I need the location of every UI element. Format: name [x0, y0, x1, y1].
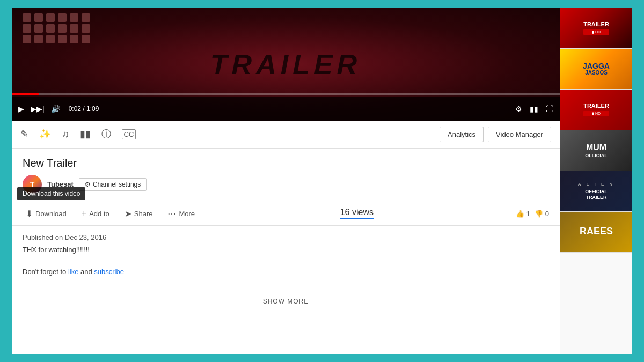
volume-icon: 🔊	[51, 105, 60, 113]
sidebar-item-2[interactable]: JAGGA JASOOS	[560, 49, 632, 90]
info-icon[interactable]: ⓘ	[101, 128, 111, 141]
analytics-button[interactable]: Analytics	[440, 127, 484, 142]
thumb-bg-2: JAGGA JASOOS	[560, 49, 632, 89]
thumb-label-5: OFFICIALTRAILER	[585, 189, 608, 201]
thumb-bg-3: TRAILER ▮ HD	[560, 90, 632, 130]
dislike-button[interactable]: 👎 0	[535, 210, 549, 218]
video-manager-button[interactable]: Video Manager	[488, 127, 551, 142]
progress-bar-container[interactable]	[12, 93, 560, 95]
like-dislike-group: 👍 1 👎 0	[516, 210, 549, 218]
card-icon[interactable]: ▮▮	[80, 128, 91, 140]
sidebar-item-1[interactable]: TRAILER ▮ HD	[560, 8, 632, 49]
video-player: TRAILER ▶ ▶▶| 🔊 0:02 / 1:09 ⚙	[12, 8, 560, 121]
download-wrapper: Download this video ⬇ Download	[23, 206, 70, 221]
like-link[interactable]: like	[68, 268, 79, 276]
toolbar-icon-group: ✎ ✨ ♫ ▮▮ ⓘ CC	[20, 128, 429, 141]
add-icon: +	[82, 209, 86, 218]
thumb-label-6: RAEES	[580, 226, 613, 238]
video-info-section: New Trailer T Tubesat ⚙ Channel settings	[12, 149, 560, 202]
thumb-hd-badge-3: ▮ HD	[583, 111, 609, 116]
more-icon: ⋯	[167, 209, 176, 219]
jasoos-text: JASOOS	[585, 70, 608, 76]
description-section: Published on Dec 23, 2016 THX for watchi…	[12, 226, 560, 285]
settings-button[interactable]: ⚙	[515, 105, 522, 113]
skip-icon: ▶▶|	[31, 105, 45, 113]
play-icon: ▶	[18, 105, 24, 113]
music-icon[interactable]: ♫	[62, 129, 69, 140]
fullscreen-icon: ⛶	[546, 105, 553, 113]
video-title-overlay: TRAILER	[210, 48, 361, 80]
volume-button[interactable]: 🔊	[51, 105, 60, 113]
thumb-bg-4: MUM OFFICIAL	[560, 130, 632, 171]
thumb-bg-6: RAEES	[560, 212, 632, 252]
progress-bar-fill	[12, 93, 39, 95]
share-button[interactable]: ➤ Share	[121, 206, 156, 221]
like-button[interactable]: 👍 1	[516, 210, 530, 218]
video-controls: ▶ ▶▶| 🔊 0:02 / 1:09 ⚙ ▮▮	[12, 97, 560, 121]
thumb-hd-badge-1: ▮ HD	[583, 29, 609, 35]
sidebar-item-4[interactable]: MUM OFFICIAL	[560, 130, 632, 171]
edit-pencil-icon[interactable]: ✎	[20, 128, 28, 140]
fullscreen-button[interactable]: ⛶	[546, 105, 553, 113]
enhance-icon[interactable]: ✨	[39, 128, 51, 140]
play-button[interactable]: ▶	[18, 105, 24, 113]
thumbs-down-icon: 👎	[535, 210, 543, 218]
gear-icon: ⚙	[85, 181, 91, 188]
sidebar-item-5[interactable]: A L I E N OFFICIALTRAILER	[560, 171, 632, 212]
channel-row: T Tubesat ⚙ Channel settings	[23, 175, 549, 194]
description-text: THX for watching!!!!!!! Don't forget to …	[23, 245, 549, 278]
show-more-button[interactable]: SHOW MORE	[12, 290, 560, 313]
publish-date: Published on Dec 23, 2016	[23, 233, 549, 241]
jagga-text: JAGGA	[583, 62, 610, 70]
add-to-button[interactable]: + Add to	[78, 206, 113, 220]
toolbar-actions: Analytics Video Manager	[440, 127, 551, 142]
thumb-label-3: TRAILER	[583, 102, 609, 109]
thumb-sublabel-4: OFFICIAL	[585, 153, 608, 158]
thumb-bg-5: A L I E N OFFICIALTRAILER	[560, 171, 632, 211]
thumbs-up-icon: 👍	[516, 210, 524, 218]
thumb-label-1: TRAILER	[583, 21, 609, 28]
thumb-label-4: MUM	[585, 142, 608, 152]
theater-button[interactable]: ▮▮	[530, 105, 538, 113]
views-underline	[340, 218, 374, 219]
download-tooltip: Download this video	[17, 187, 85, 200]
thumb-bg-1: TRAILER ▮ HD	[560, 8, 632, 48]
channel-settings-button[interactable]: ⚙ Channel settings	[79, 178, 147, 191]
editor-toolbar: ✎ ✨ ♫ ▮▮ ⓘ CC Analytics Video Manager	[12, 121, 560, 149]
video-title: New Trailer	[23, 157, 549, 169]
share-icon: ➤	[125, 209, 131, 219]
time-display: 0:02 / 1:09	[69, 105, 99, 113]
skip-button[interactable]: ▶▶|	[31, 105, 45, 113]
theater-icon: ▮▮	[530, 105, 538, 113]
cc-icon[interactable]: CC	[122, 129, 136, 139]
main-content: TRAILER ▶ ▶▶| 🔊 0:02 / 1:09 ⚙	[12, 8, 560, 354]
sidebar-item-6[interactable]: RAEES	[560, 212, 632, 253]
more-button[interactable]: ⋯ More	[164, 206, 198, 221]
download-icon: ⬇	[26, 209, 33, 219]
subscribe-link[interactable]: subscribe	[94, 268, 124, 276]
video-decoration	[23, 13, 91, 43]
sidebar-item-3[interactable]: TRAILER ▮ HD	[560, 90, 632, 130]
sidebar: TRAILER ▮ HD JAGGA JASOOS TRAILER ▮ HD	[560, 8, 632, 354]
views-count: 16 views	[340, 208, 374, 217]
action-bar: Download this video ⬇ Download + Add to …	[12, 202, 560, 226]
settings-icon: ⚙	[515, 105, 522, 113]
download-button[interactable]: ⬇ Download	[23, 206, 70, 221]
